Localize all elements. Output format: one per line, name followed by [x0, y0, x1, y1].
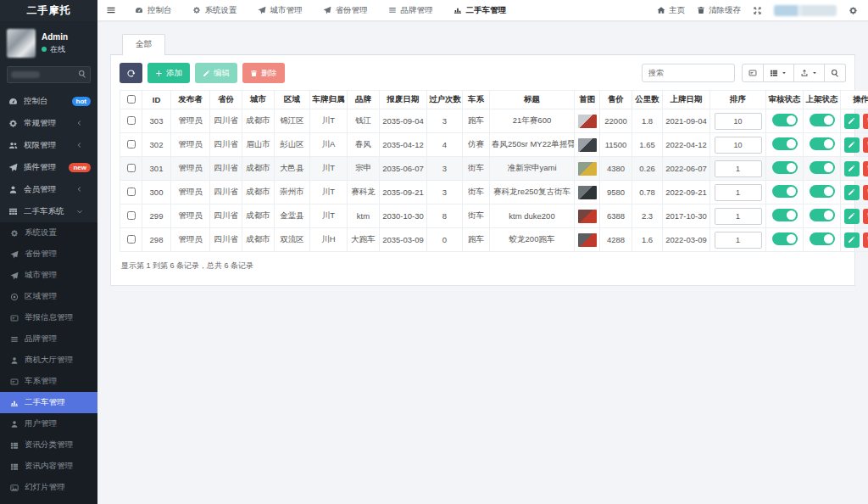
- export-button[interactable]: [794, 64, 825, 82]
- tab-all[interactable]: 全部: [122, 34, 165, 55]
- sidebar-subitem[interactable]: 资讯内容管理: [0, 456, 97, 477]
- delete-button[interactable]: 删除: [242, 63, 285, 83]
- row-checkbox[interactable]: [127, 140, 136, 148]
- title-cell: 赛科龙re250复古街车: [490, 181, 575, 204]
- row-checkbox[interactable]: [127, 164, 136, 172]
- search-toggle-button[interactable]: [825, 64, 846, 82]
- id-cell: 300: [142, 181, 171, 204]
- row-checkbox[interactable]: [127, 116, 136, 125]
- shelf-status-toggle[interactable]: [810, 114, 835, 126]
- sort-input[interactable]: [715, 184, 762, 201]
- row-delete-button[interactable]: [863, 114, 868, 129]
- cover-image[interactable]: [578, 233, 597, 247]
- sidebar-subitem[interactable]: 品牌管理: [0, 328, 97, 350]
- shelf-status-toggle[interactable]: [810, 161, 835, 174]
- fullscreen-icon[interactable]: [753, 6, 762, 15]
- refresh-button[interactable]: [120, 63, 142, 83]
- row-edit-button[interactable]: [844, 114, 860, 129]
- audit-status-toggle[interactable]: [772, 209, 798, 221]
- sidebar-item[interactable]: 二手车系统: [0, 200, 97, 222]
- row-delete-button[interactable]: [863, 161, 868, 176]
- topbar-tab[interactable]: 控制台: [125, 0, 182, 20]
- topbar-tab-label: 系统设置: [205, 5, 237, 16]
- add-button[interactable]: 添加: [147, 63, 190, 83]
- shelf-status-toggle[interactable]: [810, 185, 835, 198]
- cover-image[interactable]: [578, 162, 597, 176]
- topbar-tab[interactable]: 二手车管理: [443, 0, 517, 20]
- shelf-status-toggle[interactable]: [810, 232, 835, 245]
- sidebar-subitem[interactable]: 自定义导航管理: [0, 498, 97, 504]
- sidebar-item[interactable]: 控制台hot: [0, 90, 97, 112]
- row-edit-button[interactable]: [844, 137, 860, 153]
- column-header: 省份: [210, 91, 242, 109]
- audit-status-toggle[interactable]: [772, 114, 798, 126]
- sidebar-item[interactable]: 会员管理: [0, 178, 97, 200]
- sort-input[interactable]: [715, 137, 762, 154]
- table-search-input[interactable]: [642, 64, 735, 82]
- sidebar-subitem[interactable]: 举报信息管理: [0, 307, 97, 328]
- cover-image[interactable]: [578, 210, 597, 223]
- shelf-status-toggle[interactable]: [810, 209, 835, 221]
- row-edit-button[interactable]: [844, 232, 860, 248]
- sidebar-item[interactable]: 常规管理: [0, 112, 97, 134]
- cover-image[interactable]: [578, 138, 597, 152]
- gear-icon: [8, 229, 19, 238]
- sidebar-item[interactable]: 权限管理: [0, 134, 97, 156]
- sidebar-subitem[interactable]: 商机大厅管理: [0, 350, 97, 371]
- select-all-checkbox[interactable]: [127, 95, 136, 104]
- row-edit-button[interactable]: [844, 161, 860, 176]
- sidebar-subitem[interactable]: 城市管理: [0, 265, 97, 286]
- audit-status-toggle[interactable]: [772, 185, 798, 198]
- cover-image[interactable]: [578, 186, 597, 199]
- reg_date-cell: 2022-03-09: [663, 228, 710, 252]
- audit-status-toggle[interactable]: [772, 232, 798, 245]
- id-cell: 303: [142, 109, 171, 133]
- sidebar-subitem[interactable]: 用户管理: [0, 413, 97, 434]
- row-checkbox[interactable]: [127, 188, 136, 196]
- topbar-tab[interactable]: 品牌管理: [378, 0, 443, 20]
- blurred-username[interactable]: [774, 5, 837, 16]
- filter-toggle-button[interactable]: [742, 64, 764, 82]
- row-checkbox[interactable]: [127, 211, 136, 220]
- sidebar-subitem[interactable]: 车系管理: [0, 371, 97, 392]
- sidebar-subitem[interactable]: 资讯分类管理: [0, 434, 97, 456]
- sidebar-subitem-active[interactable]: 二手车管理: [0, 392, 97, 413]
- home-link[interactable]: 主页: [657, 5, 685, 16]
- column-header: 城市: [242, 91, 275, 109]
- menu-toggle-icon[interactable]: [97, 5, 125, 15]
- sidebar-subitem[interactable]: 系统设置: [0, 222, 97, 244]
- district-cell: 大邑县: [275, 157, 310, 181]
- columns-button[interactable]: [764, 64, 794, 82]
- chevron-left-icon: [74, 186, 86, 193]
- row-edit-button[interactable]: [844, 209, 860, 224]
- topbar-tab[interactable]: 系统设置: [182, 0, 248, 20]
- sort-input[interactable]: [715, 113, 762, 130]
- sidebar-subitem[interactable]: 省份管理: [0, 244, 97, 265]
- row-edit-button[interactable]: [844, 185, 860, 200]
- edit-button[interactable]: 编辑: [195, 63, 237, 83]
- clear-cache-link[interactable]: 清除缓存: [697, 5, 741, 16]
- row-delete-button[interactable]: [863, 137, 868, 153]
- topbar-tab[interactable]: 省份管理: [313, 0, 378, 20]
- row-delete-button[interactable]: [863, 209, 868, 224]
- row-delete-button[interactable]: [863, 185, 868, 200]
- sidebar-subitem-label: 举报信息管理: [25, 312, 91, 323]
- row-delete-button[interactable]: [863, 232, 868, 248]
- shelf-status-toggle[interactable]: [810, 137, 835, 150]
- city-cell: 成都市: [242, 181, 275, 204]
- publisher-cell: 管理员: [171, 204, 210, 228]
- row-checkbox[interactable]: [127, 235, 136, 244]
- sidebar-item[interactable]: 插件管理new: [0, 156, 97, 178]
- sidebar-subitem[interactable]: 区域管理: [0, 286, 97, 307]
- topbar-tab[interactable]: 城市管理: [248, 0, 313, 20]
- cover-image[interactable]: [578, 115, 597, 128]
- audit-status-toggle[interactable]: [772, 137, 798, 150]
- sidebar-subitem[interactable]: 幻灯片管理: [0, 477, 97, 498]
- table-row: 302管理员四川省眉山市彭山区川A春风2035-04-124仿赛春风250sr …: [120, 133, 868, 157]
- sort-input[interactable]: [715, 208, 762, 225]
- sort-input[interactable]: [715, 160, 762, 177]
- price-cell: 4288: [600, 228, 632, 252]
- gear-icon[interactable]: [849, 6, 858, 15]
- sort-input[interactable]: [715, 232, 762, 249]
- audit-status-toggle[interactable]: [772, 161, 798, 174]
